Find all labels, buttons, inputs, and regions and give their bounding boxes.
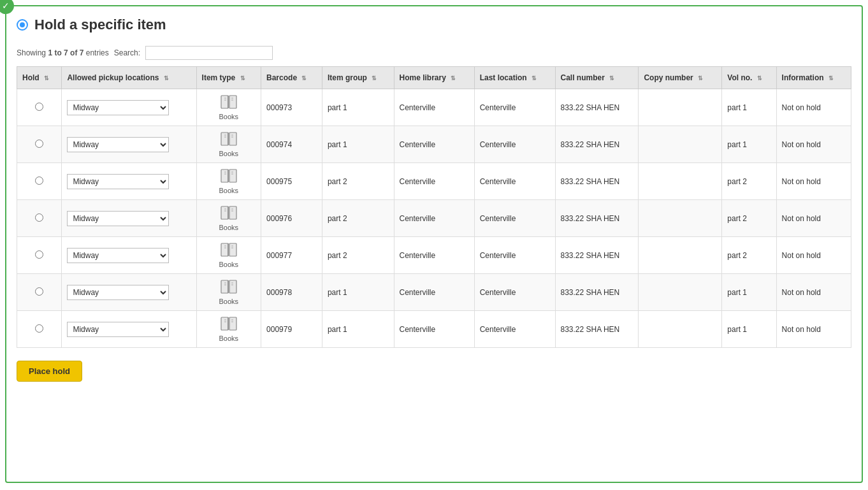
location-select[interactable]: Midway [67, 211, 169, 226]
home-library-cell: Centerville [394, 89, 474, 126]
col-home-library[interactable]: Home library [394, 67, 474, 89]
col-hold[interactable]: Hold [17, 67, 62, 89]
col-item-group[interactable]: Item group [322, 67, 394, 89]
information-cell: Not on hold [776, 237, 851, 274]
col-information[interactable]: Information [776, 67, 851, 89]
allowed-pickup-cell: Midway [62, 311, 196, 348]
item-group-cell: part 1 [322, 126, 394, 163]
hold-radio[interactable] [35, 177, 43, 185]
svg-rect-28 [221, 243, 228, 256]
home-library-cell: Centerville [394, 237, 474, 274]
item-group-cell: part 2 [322, 237, 394, 274]
table-row: Midway Books 000976part 2CentervilleCent… [17, 200, 851, 237]
col-item-type[interactable]: Item type [196, 67, 261, 89]
item-type-label: Books [202, 298, 256, 305]
table-row: Midway Books 000979part 1CentervilleCent… [17, 311, 851, 348]
items-table: Hold Allowed pickup locations Item type … [17, 66, 851, 348]
col-call-number[interactable]: Call number [555, 67, 639, 89]
copy-number-cell [639, 311, 722, 348]
barcode-cell: 000975 [261, 163, 322, 200]
book-icon: Books [202, 94, 256, 120]
information-cell: Not on hold [776, 274, 851, 311]
item-type-cell: Books [196, 200, 261, 237]
col-vol-no[interactable]: Vol no. [722, 67, 776, 89]
item-type-label: Books [202, 150, 256, 157]
information-cell: Not on hold [776, 311, 851, 348]
check-icon: ✓ [0, 0, 14, 14]
call-number-cell: 833.22 SHA HEN [555, 237, 639, 274]
svg-rect-42 [221, 317, 228, 330]
hold-radio[interactable] [35, 287, 43, 296]
barcode-cell: 000976 [261, 200, 322, 237]
hold-cell [17, 274, 62, 311]
call-number-cell: 833.22 SHA HEN [555, 163, 639, 200]
place-hold-button[interactable]: Place hold [17, 361, 82, 382]
hold-radio[interactable] [35, 140, 43, 148]
item-type-cell: Books [196, 274, 261, 311]
last-location-cell: Centerville [474, 237, 555, 274]
copy-number-cell [639, 126, 722, 163]
search-input[interactable] [145, 46, 273, 60]
item-type-label: Books [202, 335, 256, 342]
item-type-cell: Books [196, 89, 261, 126]
vol-no-cell: part 1 [722, 126, 776, 163]
item-type-label: Books [202, 261, 256, 268]
table-row: Midway Books 000977part 2CentervilleCent… [17, 237, 851, 274]
location-select[interactable]: Midway [67, 100, 169, 115]
call-number-cell: 833.22 SHA HEN [555, 89, 639, 126]
col-barcode[interactable]: Barcode [261, 67, 322, 89]
svg-rect-29 [229, 243, 236, 256]
call-number-cell: 833.22 SHA HEN [555, 274, 639, 311]
col-allowed-pickup[interactable]: Allowed pickup locations [62, 67, 196, 89]
information-cell: Not on hold [776, 200, 851, 237]
location-select[interactable]: Midway [67, 137, 169, 152]
home-library-cell: Centerville [394, 163, 474, 200]
location-select[interactable]: Midway [67, 285, 169, 300]
header-radio [17, 19, 28, 31]
hold-cell [17, 89, 62, 126]
item-group-cell: part 1 [322, 89, 394, 126]
allowed-pickup-cell: Midway [62, 200, 196, 237]
item-type-cell: Books [196, 163, 261, 200]
location-select[interactable]: Midway [67, 174, 169, 189]
home-library-cell: Centerville [394, 274, 474, 311]
copy-number-cell [639, 163, 722, 200]
item-group-cell: part 2 [322, 200, 394, 237]
main-container: ✓ Hold a specific item Showing 1 to 7 of… [5, 5, 863, 483]
call-number-cell: 833.22 SHA HEN [555, 311, 639, 348]
location-select[interactable]: Midway [67, 248, 169, 263]
barcode-cell: 000973 [261, 89, 322, 126]
vol-no-cell: part 2 [722, 200, 776, 237]
item-type-cell: Books [196, 126, 261, 163]
copy-number-cell [639, 237, 722, 274]
last-location-cell: Centerville [474, 311, 555, 348]
information-cell: Not on hold [776, 163, 851, 200]
book-icon: Books [202, 242, 256, 268]
location-select[interactable]: Midway [67, 322, 169, 337]
svg-rect-1 [229, 96, 236, 108]
search-label: Search: [114, 48, 140, 57]
table-row: Midway Books 000978part 1CentervilleCent… [17, 274, 851, 311]
svg-rect-8 [229, 133, 236, 145]
hold-radio[interactable] [35, 250, 43, 259]
hold-radio[interactable] [35, 324, 43, 333]
copy-number-cell [639, 200, 722, 237]
hold-radio[interactable] [35, 213, 43, 222]
page-header: Hold a specific item [17, 17, 851, 33]
svg-rect-43 [229, 317, 236, 330]
vol-no-cell: part 2 [722, 237, 776, 274]
svg-rect-14 [221, 169, 228, 182]
last-location-cell: Centerville [474, 89, 555, 126]
vol-no-cell: part 1 [722, 311, 776, 348]
last-location-cell: Centerville [474, 274, 555, 311]
barcode-cell: 000974 [261, 126, 322, 163]
copy-number-cell [639, 274, 722, 311]
item-group-cell: part 1 [322, 274, 394, 311]
hold-radio[interactable] [35, 103, 43, 111]
allowed-pickup-cell: Midway [62, 163, 196, 200]
page-title: Hold a specific item [34, 17, 166, 33]
book-icon: Books [202, 205, 256, 231]
information-cell: Not on hold [776, 89, 851, 126]
col-copy-number[interactable]: Copy number [639, 67, 722, 89]
col-last-location[interactable]: Last location [474, 67, 555, 89]
